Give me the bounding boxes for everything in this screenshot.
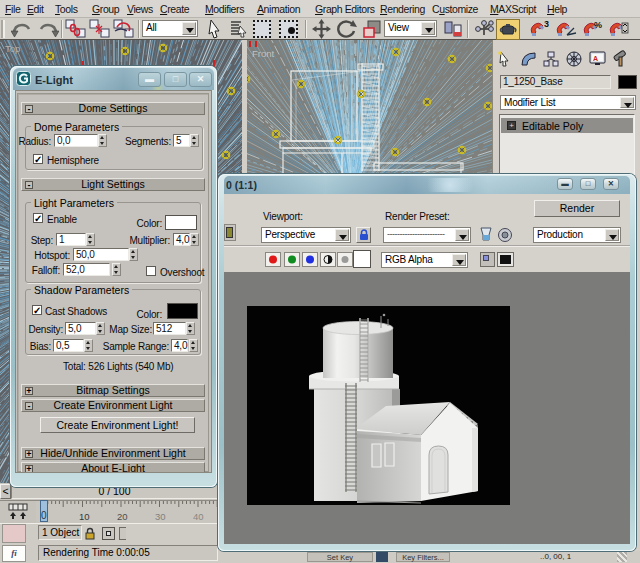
svg-text:%: % [594, 20, 602, 30]
svg-text:A: A [593, 55, 598, 62]
svg-text:3: 3 [544, 19, 549, 29]
